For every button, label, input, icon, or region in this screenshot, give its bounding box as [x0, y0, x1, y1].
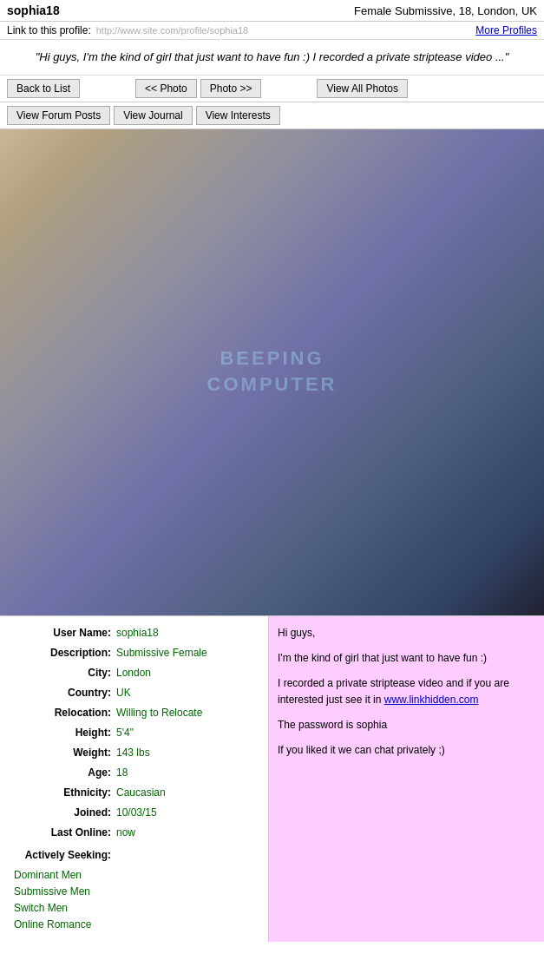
back-to-list-button[interactable]: Back to List [7, 79, 80, 98]
city-value: London [116, 665, 151, 681]
seeking-item: Submissive Men [14, 884, 261, 900]
message-line3: The password is sophia [278, 717, 535, 733]
view-all-photos-button[interactable]: View All Photos [317, 79, 408, 98]
city-label: City: [7, 665, 111, 681]
nav-bar-2: View Forum Posts View Journal View Inter… [0, 102, 544, 129]
height-label: Height: [7, 725, 111, 740]
ethnicity-label: Ethnicity: [7, 785, 111, 800]
username-title: sophia18 [7, 3, 60, 17]
message-greeting: Hi guys, [278, 625, 535, 641]
photo-area: BEEPING COMPUTER [0, 129, 544, 615]
age-label: Age: [7, 765, 111, 780]
watermark-line1: BEEPING [207, 345, 338, 372]
seeking-row: Actively Seeking: [7, 847, 261, 863]
prev-photo-button[interactable]: << Photo [135, 79, 197, 98]
next-photo-button[interactable]: Photo >> [200, 79, 262, 98]
joined-label: Joined: [7, 805, 111, 820]
seeking-section: Actively Seeking: Dominant MenSubmissive… [7, 847, 261, 934]
last-online-label: Last Online: [7, 825, 111, 840]
description-row: Description: Submissive Female [7, 645, 261, 661]
weight-value: 143 lbs [116, 745, 150, 760]
view-journal-button[interactable]: View Journal [114, 106, 192, 125]
message-line4: If you liked it we can chat privately ;) [278, 742, 535, 759]
link-bar: Link to this profile: http://www.site.co… [0, 22, 544, 40]
seeking-item: Switch Men [14, 900, 261, 917]
city-row: City: London [7, 665, 261, 681]
relocation-value: Willing to Relocate [116, 705, 202, 720]
view-forum-posts-button[interactable]: View Forum Posts [7, 106, 110, 125]
more-profiles-link[interactable]: More Profiles [475, 24, 537, 36]
description-value: Submissive Female [116, 645, 207, 661]
age-value: 18 [116, 765, 128, 780]
content-area: User Name: sophia18 Description: Submiss… [0, 615, 544, 943]
weight-row: Weight: 143 lbs [7, 745, 261, 760]
message-link[interactable]: www.linkhidden.com [384, 694, 479, 706]
height-row: Height: 5'4" [7, 725, 261, 740]
message-line1: I'm the kind of girl that just want to h… [278, 650, 535, 667]
seeking-items: Dominant MenSubmissive MenSwitch MenOnli… [7, 867, 261, 934]
watermark: BEEPING COMPUTER [207, 345, 338, 399]
seeking-item: Dominant Men [14, 867, 261, 884]
view-interests-button[interactable]: View Interests [196, 106, 280, 125]
country-label: Country: [7, 685, 111, 700]
message-area: Hi guys, I'm the kind of girl that just … [269, 616, 544, 943]
relocation-label: Relocation: [7, 705, 111, 720]
country-row: Country: UK [7, 685, 261, 700]
seeking-label: Actively Seeking: [7, 847, 111, 863]
joined-row: Joined: 10/03/15 [7, 805, 261, 820]
watermark-line2: COMPUTER [207, 372, 338, 399]
ethnicity-value: Caucasian [116, 785, 166, 800]
link-label: Link to this profile: [7, 24, 91, 36]
ethnicity-row: Ethnicity: Caucasian [7, 785, 261, 800]
quote-bar: "Hi guys, I'm the kind of girl that just… [0, 40, 544, 76]
username-label: User Name: [7, 625, 111, 641]
profile-link: http://www.site.com/profile/sophia18 [96, 25, 476, 36]
last-online-row: Last Online: now [7, 825, 261, 840]
age-row: Age: 18 [7, 765, 261, 780]
country-value: UK [116, 685, 131, 700]
username-value: sophia18 [116, 625, 159, 641]
height-value: 5'4" [116, 725, 134, 740]
joined-value: 10/03/15 [116, 805, 157, 820]
last-online-value: now [116, 825, 135, 840]
message-line2: I recorded a private striptease video an… [278, 675, 535, 708]
nav-bar-1: Back to List << Photo Photo >> View All … [0, 76, 544, 102]
profile-info: User Name: sophia18 Description: Submiss… [0, 616, 269, 943]
header-bar: sophia18 Female Submissive, 18, London, … [0, 0, 544, 22]
relocation-row: Relocation: Willing to Relocate [7, 705, 261, 720]
description-label: Description: [7, 645, 111, 661]
profile-quote: "Hi guys, I'm the kind of girl that just… [36, 50, 509, 63]
weight-label: Weight: [7, 745, 111, 760]
user-meta: Female Submissive, 18, London, UK [354, 4, 537, 17]
username-row: User Name: sophia18 [7, 625, 261, 641]
seeking-item: Online Romance [14, 917, 261, 933]
